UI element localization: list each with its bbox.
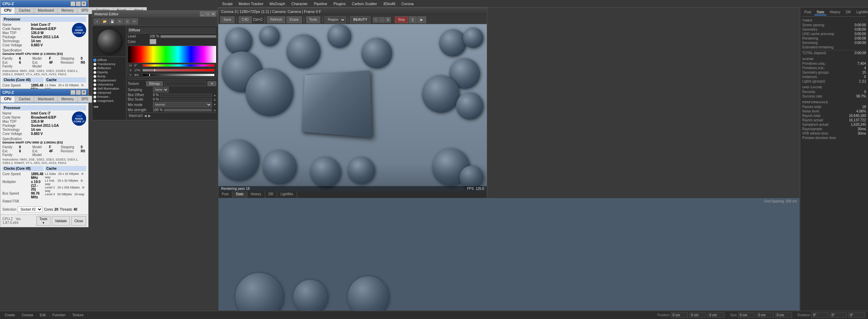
render-tab-lightmix[interactable]: LightMix [277, 191, 297, 198]
bottom-function[interactable]: Function [50, 313, 67, 318]
check-assignment[interactable]: Assignment [93, 99, 125, 103]
tab-memory-2[interactable]: Memory [58, 96, 77, 103]
btn-c4d[interactable]: C4D [239, 16, 252, 23]
mat-tool-new[interactable]: + [94, 18, 100, 25]
size-y[interactable] [757, 313, 774, 318]
position-y[interactable] [689, 313, 706, 318]
btn-render[interactable]: ▶ [417, 16, 426, 23]
render-tab-stats[interactable]: Stats [232, 191, 247, 198]
position-x[interactable] [671, 313, 688, 318]
cpuz-minimize-2[interactable]: _ [71, 90, 75, 95]
texture-clear-btn[interactable]: ✕ [207, 81, 216, 86]
render-tab-post[interactable]: Post [218, 191, 232, 198]
btn-pause[interactable]: || [409, 16, 417, 23]
icon-zoom-out[interactable]: - [379, 17, 385, 22]
radio-displacement[interactable] [93, 79, 96, 82]
rotation-b[interactable] [848, 313, 865, 318]
close-button-2[interactable]: Close [71, 216, 86, 226]
cpuz-close-2[interactable]: ✕ [81, 90, 86, 95]
stats-tab-dr[interactable]: DR [844, 10, 853, 15]
h-slider[interactable] [142, 64, 215, 67]
render-tab-history[interactable]: History [247, 191, 265, 198]
radio-opacity[interactable] [93, 71, 96, 74]
sampling-select[interactable]: None [153, 87, 169, 92]
cpuz-minimize-1[interactable]: _ [71, 1, 75, 6]
mat-nav-arrow-right[interactable]: ▶ [148, 114, 151, 118]
radio-assignment[interactable] [93, 100, 96, 103]
mat-tool-open[interactable]: 📂 [101, 18, 108, 25]
menu-mograph[interactable]: MoGraph [267, 1, 288, 6]
menu-carbon-scatter[interactable]: Carbon Scatter [349, 1, 380, 6]
stats-tab-stats[interactable]: Stats [815, 10, 826, 15]
icon-zoom-in[interactable]: + [373, 17, 378, 22]
tab-cpu-2[interactable]: CPU [0, 96, 15, 103]
blur-offset-slider[interactable] [160, 94, 212, 96]
btn-refresh[interactable]: Refresh [267, 16, 285, 23]
btn-beauty[interactable]: BEAUTY [350, 16, 370, 23]
btn-erase[interactable]: Erase [286, 16, 301, 23]
mat-tool-paste[interactable]: ⎙ [124, 18, 130, 25]
socket-select-2[interactable]: Socket #1 Socket #2 [18, 207, 43, 212]
check-displacement[interactable]: Displacement [93, 78, 125, 82]
tab-spd-2[interactable]: SPD [77, 96, 92, 103]
mat-close[interactable]: ✕ [211, 12, 216, 16]
cpuz-close-1[interactable]: ✕ [81, 1, 86, 6]
check-bump[interactable]: Bump [93, 74, 125, 78]
check-volumetrics[interactable]: Volumetrics [93, 82, 125, 87]
radio-reflection[interactable] [93, 67, 96, 70]
tab-memory-1[interactable]: Memory [58, 7, 77, 14]
btn-stop[interactable]: Stop [395, 16, 408, 23]
tools-button-2[interactable]: Tools ▾ [36, 216, 50, 226]
v-slider[interactable] [142, 74, 215, 76]
cpuz-maximize-2[interactable]: □ [76, 90, 81, 95]
check-opacity[interactable]: Opacity [93, 70, 125, 74]
mat-prev-btn[interactable]: ◀ [93, 105, 96, 108]
menu-plugins[interactable]: Plugins [331, 1, 348, 6]
radio-diffuse[interactable] [93, 59, 96, 62]
mat-nav-arrow-left[interactable]: ◀ [144, 114, 147, 118]
bottom-corona[interactable]: Corona [20, 313, 35, 318]
menu-3dtoall[interactable]: 3DtoAll [381, 1, 398, 6]
radio-advanced[interactable] [93, 91, 96, 94]
rotation-h[interactable] [811, 313, 828, 318]
check-preview[interactable]: Preview ; [93, 95, 125, 99]
validate-button-2[interactable]: Validate [52, 216, 70, 226]
check-self-illumination[interactable]: Self Illumination [93, 87, 125, 91]
menu-sculpt[interactable]: Sculpt [219, 1, 235, 6]
position-z[interactable] [708, 313, 725, 318]
menu-character[interactable]: Character [289, 1, 310, 6]
rotation-p[interactable] [830, 313, 847, 318]
check-advanced[interactable]: Advanced [93, 91, 125, 95]
menu-pipeline[interactable]: Pipeline [311, 1, 330, 6]
radio-volumetrics[interactable] [93, 83, 96, 86]
render-tab-dr[interactable]: DR [265, 191, 277, 198]
mat-minimize[interactable]: _ [200, 12, 205, 16]
size-z[interactable] [775, 313, 792, 318]
tab-mainboard-2[interactable]: Mainboard [34, 96, 58, 103]
bottom-edit[interactable]: Edit [38, 313, 48, 318]
stats-tab-lightmix[interactable]: LightMix [854, 10, 868, 15]
menu-corona[interactable]: Corona [399, 1, 416, 6]
check-reflection[interactable]: Reflection [93, 66, 125, 70]
check-translucency[interactable]: Translucency [93, 62, 125, 66]
stats-tab-history[interactable]: History [828, 10, 842, 15]
level-slider[interactable] [160, 35, 216, 38]
icon-fit[interactable]: ⊡ [385, 17, 391, 22]
radio-bump[interactable] [93, 75, 96, 78]
btn-tools[interactable]: Tools [306, 16, 320, 23]
tab-cpu-1[interactable]: CPU [0, 7, 15, 14]
check-diffuse[interactable]: Diffuse [93, 58, 125, 62]
mat-maximize[interactable]: □ [205, 12, 210, 16]
mat-tool-save[interactable]: 💾 [109, 18, 115, 25]
mat-tool-copy[interactable]: ⎘ [116, 18, 123, 25]
bitmap-button[interactable]: Bitmap [146, 81, 163, 86]
tab-caches-1[interactable]: Caches [15, 7, 34, 14]
region-select[interactable]: Region [325, 16, 346, 23]
s-slider[interactable] [142, 69, 215, 72]
cpuz-maximize-1[interactable]: □ [76, 1, 81, 6]
mat-next-btn[interactable]: ▶ [96, 105, 99, 108]
tab-spd-1[interactable]: SPD [77, 7, 92, 14]
tab-caches-2[interactable]: Caches [15, 96, 34, 103]
size-x[interactable] [738, 313, 755, 318]
color-swatch[interactable] [150, 39, 156, 44]
